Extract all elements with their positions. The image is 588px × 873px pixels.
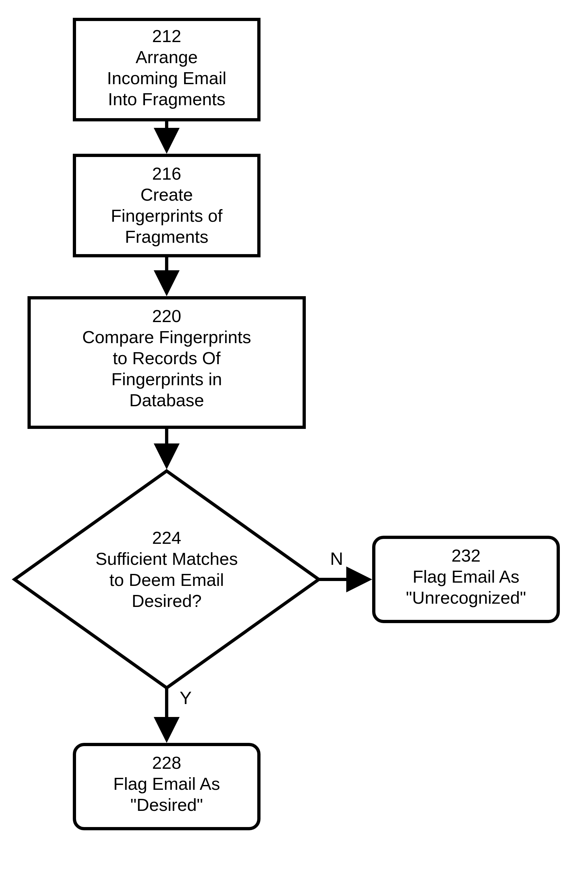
edge-label-yes: Y <box>180 687 192 708</box>
node-224-l3: Desired? <box>132 591 202 610</box>
node-216-l1: Create <box>141 185 193 204</box>
node-220-l3: Fingerprints in <box>111 369 222 389</box>
node-228-l2: "Desired" <box>130 795 203 814</box>
node-212-num: 212 <box>152 26 181 46</box>
edge-label-no: N <box>330 548 343 569</box>
node-220-l2: to Records Of <box>112 348 221 368</box>
node-216: 216 Create Fingerprints of Fragments <box>74 155 259 256</box>
node-224-num: 224 <box>152 528 181 548</box>
node-228-num: 228 <box>152 753 181 772</box>
node-224: 224 Sufficient Matches to Deem Email Des… <box>15 471 319 688</box>
node-212-l3: Into Fragments <box>108 89 225 109</box>
node-232: 232 Flag Email As "Unrecognized" <box>374 537 558 621</box>
node-220-l4: Database <box>129 390 204 410</box>
node-216-l2: Fingerprints of <box>111 206 223 225</box>
node-216-l3: Fragments <box>125 227 208 246</box>
node-212-l2: Incoming Email <box>107 68 226 88</box>
node-228-l1: Flag Email As <box>113 774 220 794</box>
node-224-l1: Sufficient Matches <box>96 549 238 568</box>
node-220-num: 220 <box>152 306 181 326</box>
node-216-num: 216 <box>152 164 181 183</box>
node-212: 212 Arrange Incoming Email Into Fragment… <box>74 20 259 120</box>
node-232-l2: "Unrecognized" <box>406 588 526 607</box>
node-220-l1: Compare Fingerprints <box>82 327 251 346</box>
node-224-l2: to Deem Email <box>110 570 224 590</box>
node-220: 220 Compare Fingerprints to Records Of F… <box>29 298 304 427</box>
node-212-l1: Arrange <box>136 47 198 67</box>
node-228: 228 Flag Email As "Desired" <box>74 744 259 829</box>
node-232-l1: Flag Email As <box>412 567 519 586</box>
node-232-num: 232 <box>452 546 480 565</box>
